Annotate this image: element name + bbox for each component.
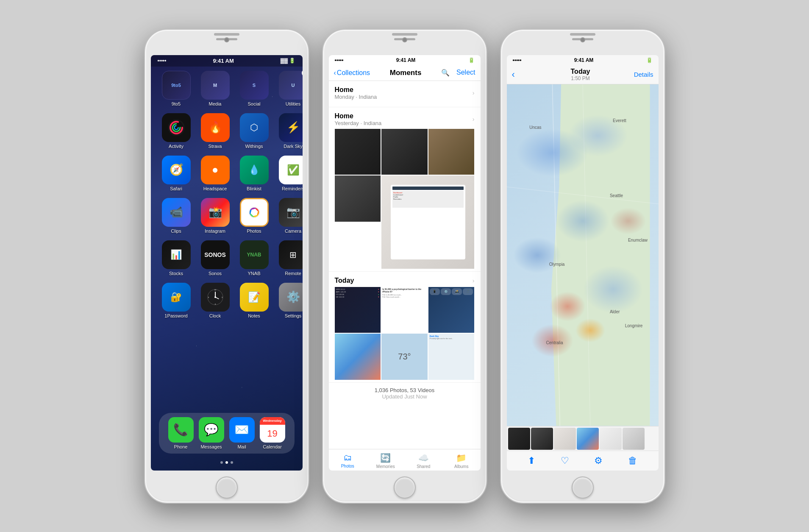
dock-icon-mail[interactable]: ✉️ Mail: [229, 417, 255, 449]
dock-icon-phone[interactable]: 📞 Phone: [168, 417, 194, 449]
app-icon-strava[interactable]: 🔥 Strava: [200, 113, 231, 149]
app-icon-reminders[interactable]: ✅ Reminders: [278, 156, 303, 191]
map-subtitle: 1:50 PM: [529, 75, 632, 81]
dock: 📞 Phone 💬 Messages ✉️ Mai: [159, 413, 295, 454]
phone-3-screen: ••••• 9:41 AM 🔋 ‹ Today 1:50 PM Details: [507, 55, 659, 471]
app-icon-clock[interactable]: 12 3 9 6 Clock: [200, 283, 231, 318]
status-bar-1: ••••• 9:41 AM ▓▓ 🔋: [151, 55, 303, 67]
app-label: Remote: [285, 271, 301, 276]
tab-shared[interactable]: ☁️ Shared: [405, 453, 443, 469]
strip-thumb[interactable]: [623, 428, 645, 450]
app-label: Settings: [285, 313, 302, 318]
nav-actions: 🔍 Select: [441, 69, 475, 77]
app-icon-darksky[interactable]: ⚡ Dark Sky: [278, 113, 303, 149]
dock-icon-calendar[interactable]: Wednesday 19 Calendar: [260, 417, 285, 449]
strip-thumb[interactable]: [531, 428, 553, 450]
app-icon-safari[interactable]: 🧭 Safari: [161, 156, 192, 191]
battery-indicator: ▓▓ 🔋: [281, 58, 296, 64]
photos-app: ••••• 9:41 AM 🔋 ‹ Collections Moments 🔍 …: [329, 55, 481, 471]
edit-button[interactable]: ⚙: [594, 455, 603, 466]
photos-navbar: ‹ Collections Moments 🔍 Select: [329, 65, 481, 81]
home-button-3[interactable]: [572, 476, 594, 499]
heart-button[interactable]: ♡: [561, 455, 569, 466]
tab-albums[interactable]: 📁 Albums: [442, 453, 481, 469]
app-icon-9to5[interactable]: 9to5 9to5: [161, 71, 192, 106]
chevron-left-icon: ‹: [334, 69, 336, 77]
photo-thumb[interactable]: [335, 334, 381, 380]
trash-icon: 🗑: [628, 455, 637, 466]
app-icon-remote[interactable]: ⊞ Remote: [278, 240, 303, 276]
back-button-3[interactable]: ‹: [512, 69, 529, 80]
app-icon-headspace[interactable]: ● Headspace: [200, 156, 231, 191]
photos-tab-bar: 🗂 Photos 🔄 Memories ☁️ Shared 📁 Albums: [329, 449, 481, 471]
app-icon-settings[interactable]: ⚙️ Settings: [278, 283, 303, 318]
moment-item-3[interactable]: Today › VRFX 32.11 ▼ AAPL 141.23 ▼ YTI 1…: [329, 272, 481, 383]
app-icon-ynab[interactable]: YNAB YNAB: [239, 240, 270, 276]
strip-thumb[interactable]: [600, 428, 622, 450]
back-button[interactable]: ‹ Collections: [334, 69, 370, 77]
photo-thumb[interactable]: VRFX 32.11 ▼ AAPL 141.23 ▼ YTI 120.66 ▲ …: [335, 287, 381, 333]
app-label: Stocks: [169, 271, 183, 276]
strip-thumb[interactable]: [554, 428, 576, 450]
app-icon-media[interactable]: M Media: [200, 71, 231, 106]
home-screen: ••••• 9:41 AM ▓▓ 🔋 9to5 9to5 M: [151, 55, 303, 471]
map-label-uncas: Uncas: [529, 125, 541, 130]
app-icon-blinkist[interactable]: 💧 Blinkist: [239, 156, 270, 191]
photos-count: 1,036 Photos, 53 Videos Updated Just Now: [329, 383, 481, 404]
home-button-2[interactable]: [394, 476, 416, 499]
share-button[interactable]: ⬆: [528, 455, 535, 466]
app-label: Instagram: [205, 228, 225, 234]
app-icon-1password[interactable]: 🔐 1Password: [161, 283, 192, 318]
strip-thumb[interactable]: [508, 428, 530, 450]
app-label: Strava: [209, 144, 222, 149]
app-icon-clips[interactable]: 📹 Clips: [161, 198, 192, 234]
tab-photos[interactable]: 🗂 Photos: [329, 453, 367, 469]
select-button[interactable]: Select: [456, 69, 475, 77]
app-icon-instagram[interactable]: 📸 Instagram: [200, 198, 231, 234]
photo-thumb[interactable]: [335, 175, 381, 222]
photo-thumb[interactable]: 73°: [381, 334, 428, 380]
photo-strip[interactable]: [507, 426, 659, 451]
app-label: Dark Sky: [284, 144, 302, 149]
map-app: ••••• 9:41 AM 🔋 ‹ Today 1:50 PM Details: [507, 55, 659, 471]
moments-scroll[interactable]: Home Monday · Indiana › Home Yesterday ·…: [329, 81, 481, 449]
chevron-right-icon-3: ›: [473, 277, 475, 284]
photo-thumb[interactable]: Is $1,000 a psychological barrier to the…: [381, 287, 428, 333]
app-icon-activity[interactable]: Activity: [161, 113, 192, 149]
photo-thumb[interactable]: Dark Sky Possibly light rain for the nex…: [428, 334, 475, 380]
weather-radar-overlay: [507, 84, 659, 426]
dock-icon-messages[interactable]: 💬 Messages: [199, 417, 224, 449]
phone-2: ••••• 9:41 AM 🔋 ‹ Collections Moments 🔍 …: [322, 29, 487, 504]
tab-memories[interactable]: 🔄 Memories: [367, 453, 405, 469]
app-icon-camera[interactable]: 📷 Camera: [278, 198, 303, 234]
details-button[interactable]: Details: [632, 71, 653, 78]
photo-thumb[interactable]: [381, 129, 428, 175]
photo-thumb[interactable]: 📱 ⚙️ 📸 🎵: [428, 287, 475, 333]
photo-grid-yesterday: Dashboard Leaderboard Profile Reminders: [335, 129, 475, 269]
tab-label: Memories: [376, 464, 395, 469]
app-icon-notes[interactable]: 📝 Notes: [239, 283, 270, 318]
search-icon[interactable]: 🔍: [441, 69, 450, 77]
moment-item-1[interactable]: Home Monday · Indiana ›: [329, 81, 481, 107]
page-dots: [220, 461, 233, 464]
app-icon-withings[interactable]: ⬡ Withings: [239, 113, 270, 149]
app-icon-social[interactable]: S Social: [239, 71, 270, 106]
photo-thumb[interactable]: [428, 129, 475, 175]
home-button-1[interactable]: [216, 476, 238, 499]
moment-item-2[interactable]: Home Yesterday · Indiana ›: [329, 107, 481, 272]
map-label-centralia: Centralia: [546, 340, 563, 345]
app-label: Camera: [285, 228, 301, 234]
app-label: Clock: [209, 313, 221, 318]
strip-thumb[interactable]: [577, 428, 599, 450]
time-display: 9:41 AM: [213, 58, 234, 64]
app-icon-stocks[interactable]: 📊 Stocks: [161, 240, 192, 276]
map-container[interactable]: Uncas Everett Seattle Enumclaw Olympia A…: [507, 84, 659, 426]
delete-button[interactable]: 🗑: [628, 455, 637, 466]
photo-thumb[interactable]: [335, 129, 381, 175]
photo-thumb[interactable]: Dashboard Leaderboard Profile Reminders: [381, 175, 474, 268]
app-label: 9to5: [172, 101, 181, 106]
app-label: Utilities: [286, 101, 300, 106]
app-icon-photos[interactable]: Photos: [239, 198, 270, 234]
app-icon-utilities[interactable]: U 1 Utilities: [278, 71, 303, 106]
app-icon-sonos[interactable]: SONOS Sonos: [200, 240, 231, 276]
